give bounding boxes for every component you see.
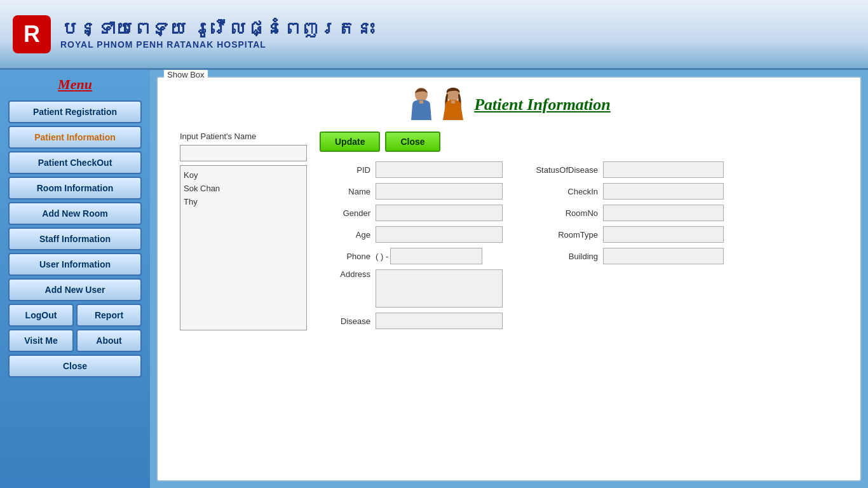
address-row: Address — [320, 269, 503, 308]
sidebar-row-2: Visit Me About — [8, 329, 142, 352]
sidebar-item-patient-information[interactable]: Patient Information — [8, 126, 142, 149]
roomno-input[interactable] — [603, 205, 724, 221]
patient-info-header: Patient Information Input Patient's Name… — [167, 87, 851, 330]
form-area: Input Patient's Name Koy Sok Chan Thy Up… — [167, 132, 851, 330]
roomtype-input[interactable] — [603, 226, 724, 243]
header-text: បន្ទាយពេទ្យ រូវើលផ្នំពេញរតនះ ROYAL PHNOM… — [60, 18, 374, 50]
status-input[interactable] — [603, 161, 724, 178]
phone-input[interactable] — [390, 248, 482, 264]
fields-panel: Update Close PID — [320, 132, 838, 330]
disease-label: Disease — [320, 316, 370, 326]
gender-row: Gender — [320, 205, 503, 221]
list-item[interactable]: Thy — [184, 196, 303, 209]
phone-input-group: ( ) - — [376, 248, 482, 264]
show-box: Show Box — [156, 76, 862, 482]
phone-row: Phone ( ) - — [320, 248, 503, 264]
roomtype-row: RoomType — [522, 226, 724, 243]
age-input[interactable] — [376, 226, 503, 243]
report-button[interactable]: Report — [76, 304, 142, 327]
building-label: Building — [522, 252, 598, 261]
svg-text:R: R — [24, 21, 40, 47]
menu-title: Menu — [58, 76, 92, 93]
logout-button[interactable]: LogOut — [8, 304, 74, 327]
gender-input[interactable] — [376, 205, 503, 221]
update-button[interactable]: Update — [320, 132, 380, 152]
building-input[interactable] — [603, 248, 724, 264]
male-person-icon — [407, 87, 436, 122]
name-input[interactable] — [376, 183, 503, 200]
sidebar-item-staff-information[interactable]: Staff Information — [8, 227, 142, 250]
address-input[interactable] — [376, 269, 503, 308]
svg-rect-5 — [451, 100, 455, 104]
phone-prefix: ( ) - — [376, 252, 388, 261]
main-layout: Menu Patient Registration Patient Inform… — [0, 70, 868, 488]
svg-rect-3 — [419, 100, 423, 104]
sidebar-item-add-new-room[interactable]: Add New Room — [8, 202, 142, 225]
visit-me-button[interactable]: Visit Me — [8, 329, 74, 352]
address-label: Address — [320, 269, 370, 279]
female-person-icon — [439, 87, 468, 122]
sidebar-item-add-new-user[interactable]: Add New User — [8, 278, 142, 301]
sidebar-item-patient-checkout[interactable]: Patient CheckOut — [8, 151, 142, 174]
fields-area: PID Name Gender — [320, 161, 838, 329]
input-patient-label: Input Patient's Name — [180, 132, 307, 141]
age-row: Age — [320, 226, 503, 243]
right-fields: StatusOfDisease CheckIn RoomNo — [522, 161, 724, 329]
pid-row: PID — [320, 161, 503, 178]
checkin-label: CheckIn — [522, 187, 598, 196]
close-button[interactable]: Close — [8, 355, 142, 377]
roomno-label: RoomNo — [522, 208, 598, 218]
left-fields: PID Name Gender — [320, 161, 503, 329]
hospital-logo: R — [13, 15, 51, 53]
pid-input[interactable] — [376, 161, 503, 178]
header: R បន្ទាយពេទ្យ រូវើលផ្នំពេញរតនះ ROYAL PHN… — [0, 0, 868, 70]
status-row: StatusOfDisease — [522, 161, 724, 178]
pid-label: PID — [320, 165, 370, 175]
header-english: ROYAL PHNOM PENH RATANAK HOSPITAL — [60, 39, 374, 50]
patient-name-search[interactable] — [180, 145, 307, 161]
status-label: StatusOfDisease — [522, 165, 598, 175]
checkin-input[interactable] — [603, 183, 724, 200]
roomno-row: RoomNo — [522, 205, 724, 221]
sidebar: Menu Patient Registration Patient Inform… — [0, 70, 150, 488]
search-panel: Input Patient's Name Koy Sok Chan Thy — [180, 132, 307, 330]
gender-label: Gender — [320, 208, 370, 218]
sidebar-item-user-information[interactable]: User Information — [8, 253, 142, 276]
name-label: Name — [320, 187, 370, 196]
patient-info-title: Patient Information — [474, 95, 611, 114]
sidebar-item-room-information[interactable]: Room Information — [8, 177, 142, 200]
checkin-row: CheckIn — [522, 183, 724, 200]
list-item[interactable]: Koy — [184, 169, 303, 182]
sidebar-item-patient-registration[interactable]: Patient Registration — [8, 100, 142, 123]
patient-list[interactable]: Koy Sok Chan Thy — [180, 165, 307, 330]
age-label: Age — [320, 230, 370, 240]
name-row: Name — [320, 183, 503, 200]
disease-row: Disease — [320, 313, 503, 329]
patient-icons — [407, 87, 468, 122]
show-box-label: Show Box — [164, 70, 208, 79]
building-row: Building — [522, 248, 724, 264]
content-area: Show Box — [150, 70, 868, 488]
list-item[interactable]: Sok Chan — [184, 182, 303, 196]
patient-header-row: Patient Information — [407, 87, 611, 122]
roomtype-label: RoomType — [522, 230, 598, 240]
disease-input[interactable] — [376, 313, 503, 329]
action-buttons: Update Close — [320, 132, 838, 152]
about-button[interactable]: About — [76, 329, 142, 352]
header-khmer: បន្ទាយពេទ្យ រូវើលផ្នំពេញរតនះ — [60, 18, 374, 40]
sidebar-row-1: LogOut Report — [8, 304, 142, 327]
phone-label: Phone — [320, 252, 370, 261]
close-main-button[interactable]: Close — [385, 132, 440, 152]
